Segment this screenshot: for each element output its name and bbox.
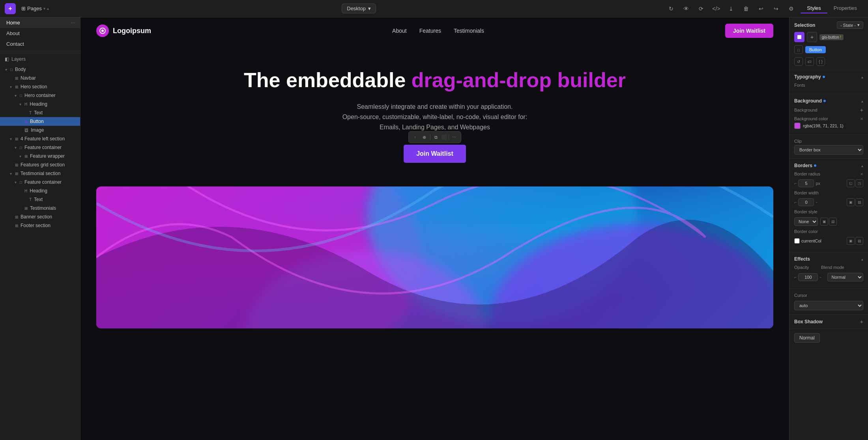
state-dropdown[interactable]: - State - ▾ bbox=[837, 21, 863, 29]
border-radius-corner-btn-1[interactable]: ◱ bbox=[847, 179, 855, 187]
borders-collapse-icon[interactable]: ▴ bbox=[861, 164, 863, 168]
typography-collapse-icon[interactable]: ▴ bbox=[861, 75, 863, 79]
layer-heading[interactable]: ▾ H Heading bbox=[0, 100, 80, 108]
layer-label: Banner section bbox=[21, 214, 52, 220]
undo-icon[interactable]: ↩ bbox=[756, 3, 767, 14]
gear-icon[interactable]: ⚙ bbox=[786, 3, 797, 14]
top-bar-right: ↻ 👁 ⟳ </> ⤓ 🗑 ↩ ↪ ⚙ Styles Properties bbox=[666, 3, 863, 14]
opacity-input[interactable] bbox=[798, 273, 818, 281]
border-radius-corner-btn-2[interactable]: ◳ bbox=[855, 179, 863, 187]
nav-features[interactable]: Features bbox=[419, 28, 441, 34]
download-icon[interactable]: ⤓ bbox=[726, 3, 737, 14]
layer-hero-section[interactable]: ▾ ⊞ Hero section bbox=[0, 82, 80, 91]
layer-features-grid-section[interactable]: ⊞ Features grid section bbox=[0, 160, 80, 169]
refresh-icon[interactable]: ↻ bbox=[666, 3, 677, 14]
tab-styles[interactable]: Styles bbox=[801, 4, 827, 13]
toolbar-more-icon[interactable]: ⋯ bbox=[451, 133, 458, 141]
add-element-button[interactable]: + bbox=[5, 3, 16, 14]
nav-cta-button[interactable]: Join Waitlist bbox=[725, 24, 773, 38]
nav-about[interactable]: About bbox=[392, 28, 407, 34]
background-add-icon[interactable]: + bbox=[860, 107, 863, 113]
toolbar-move-icon[interactable]: ↑ bbox=[411, 133, 419, 141]
nav-testimonials[interactable]: Testimonials bbox=[454, 28, 484, 34]
selection-icon-box[interactable] bbox=[794, 32, 804, 42]
borders-header[interactable]: Borders ▴ bbox=[794, 163, 863, 168]
hero-subtitle: Seamlessly integrate and create within y… bbox=[96, 102, 773, 132]
layer-toggle-testimonial[interactable]: ▾ bbox=[8, 172, 13, 176]
toolbar-copy-icon[interactable]: ⧉ bbox=[432, 133, 440, 141]
border-style-btn-1[interactable]: ▣ bbox=[820, 218, 828, 226]
add-class-button[interactable]: + bbox=[807, 32, 817, 42]
layer-label: Feature container bbox=[24, 145, 62, 150]
layer-toggle-feature-container[interactable]: ▾ bbox=[13, 145, 18, 150]
sel-small-icon-2[interactable]: ↺ bbox=[794, 57, 803, 66]
clip-select[interactable]: Border box bbox=[794, 145, 863, 155]
sel-small-icon-4[interactable]: { } bbox=[816, 57, 825, 66]
layer-toggle-hero[interactable]: ▾ bbox=[8, 85, 13, 89]
border-color-btn-1[interactable]: ▣ bbox=[847, 237, 855, 245]
layer-toggle-feature-wrapper[interactable]: ▾ bbox=[17, 154, 23, 158]
layers-header[interactable]: ◧ Layers bbox=[0, 53, 80, 65]
border-radius-input[interactable] bbox=[798, 179, 814, 187]
redo-icon[interactable]: ↪ bbox=[771, 3, 782, 14]
border-color-btn-2[interactable]: ▤ bbox=[855, 237, 863, 245]
code-icon[interactable]: </> bbox=[711, 3, 722, 14]
sel-small-icon-3[interactable]: 🏷 bbox=[805, 57, 814, 66]
layer-feature-wrapper[interactable]: ▾ ⊞ Feature wrapper bbox=[0, 152, 80, 160]
typography-header[interactable]: Typography ▴ bbox=[794, 74, 863, 80]
device-chevron-icon: ▾ bbox=[368, 6, 371, 11]
border-width-input-wrap: ⌐ - bbox=[794, 198, 844, 206]
layer-toggle-feature-left[interactable]: ▾ bbox=[8, 137, 13, 141]
layer-footer-section[interactable]: ⊞ Footer section bbox=[0, 221, 80, 230]
border-width-side-btn-2[interactable]: ▤ bbox=[855, 198, 863, 206]
border-style-select[interactable]: None bbox=[794, 217, 818, 226]
toolbar-fill-icon[interactable] bbox=[441, 134, 447, 140]
pages-button[interactable]: ⊞ Pages ▾ ▴ bbox=[18, 4, 52, 13]
toolbar-center-icon[interactable]: ⊕ bbox=[421, 133, 428, 141]
effects-header[interactable]: Effects ▴ bbox=[794, 256, 863, 262]
effects-collapse-icon[interactable]: ▴ bbox=[861, 257, 863, 261]
hero-cta-button[interactable]: Join Waitlist bbox=[404, 145, 466, 163]
device-selector[interactable]: Desktop ▾ bbox=[342, 4, 376, 13]
cursor-select[interactable]: auto bbox=[794, 301, 863, 310]
background-header[interactable]: Background ▴ bbox=[794, 98, 863, 104]
sidebar-item-contact[interactable]: Contact bbox=[0, 39, 80, 49]
gis-badge[interactable]: gis-button ! bbox=[819, 34, 844, 40]
border-color-swatch[interactable] bbox=[794, 238, 800, 244]
layer-hero-container[interactable]: ▾ □ Hero container bbox=[0, 91, 80, 100]
settings-icon[interactable]: ⟳ bbox=[696, 3, 707, 14]
layer-toggle-hero-container[interactable]: ▾ bbox=[13, 93, 18, 98]
background-color-remove-icon[interactable]: ✕ bbox=[860, 117, 863, 121]
border-radius-remove-icon[interactable]: ✕ bbox=[860, 172, 863, 176]
layer-body[interactable]: ▾ □ Body bbox=[0, 65, 80, 74]
trash-icon[interactable]: 🗑 bbox=[741, 3, 752, 14]
layer-testimonials[interactable]: ⊞ Testimonials bbox=[0, 204, 80, 213]
layer-navbar[interactable]: ⊞ Navbar bbox=[0, 74, 80, 82]
border-style-btn-2[interactable]: ▤ bbox=[829, 218, 837, 226]
layer-image[interactable]: 🖼 Image bbox=[0, 126, 80, 134]
grid-icon-2: ⊞ bbox=[15, 85, 18, 89]
sel-small-icon-1[interactable]: □ bbox=[794, 45, 803, 54]
layer-testimonial-section[interactable]: ▾ ⊞ Testimonial section bbox=[0, 169, 80, 178]
background-color-swatch[interactable] bbox=[794, 123, 801, 129]
layer-button[interactable]: ⊕ Button bbox=[0, 117, 80, 126]
layer-text-2[interactable]: T Text bbox=[0, 195, 80, 204]
layer-heading-2[interactable]: H Heading bbox=[0, 186, 80, 195]
border-width-side-btn-1[interactable]: ▣ bbox=[847, 198, 855, 206]
layer-feature-container[interactable]: ▾ □ Feature container bbox=[0, 143, 80, 152]
sidebar-item-home[interactable]: Home ⋯ bbox=[0, 17, 80, 28]
layer-feature-container-2[interactable]: ▾ □ Feature container bbox=[0, 178, 80, 186]
layer-toggle-feature-container-2[interactable]: ▾ bbox=[13, 180, 18, 185]
border-width-input[interactable] bbox=[798, 198, 814, 206]
layer-banner-section[interactable]: ⊞ Banner section bbox=[0, 213, 80, 221]
background-collapse-icon[interactable]: ▴ bbox=[861, 99, 863, 103]
layer-text[interactable]: T Text bbox=[0, 108, 80, 117]
eye-icon[interactable]: 👁 bbox=[681, 3, 692, 14]
blend-mode-select[interactable]: Normal bbox=[827, 273, 864, 282]
shadow-add-icon[interactable]: + bbox=[860, 319, 863, 325]
sidebar-item-about[interactable]: About bbox=[0, 28, 80, 39]
tab-properties[interactable]: Properties bbox=[827, 4, 863, 13]
layer-toggle-body[interactable]: ▾ bbox=[3, 67, 9, 72]
layer-feature-left-section[interactable]: ▾ ⊞ 4 Feature left section bbox=[0, 134, 80, 143]
layer-toggle-heading[interactable]: ▾ bbox=[17, 102, 23, 106]
